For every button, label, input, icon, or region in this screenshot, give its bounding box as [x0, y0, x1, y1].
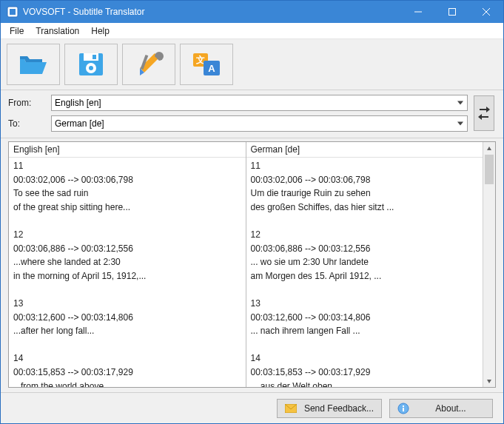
send-feedback-label: Send Feedback...: [304, 403, 374, 414]
panels: English [en] 11 00:03:02,006 --> 00:03:0…: [8, 141, 496, 388]
app-icon: [7, 6, 19, 18]
close-icon: [483, 8, 490, 16]
chevron-down-icon: [486, 378, 492, 384]
vertical-scrollbar[interactable]: [483, 142, 495, 387]
to-language-select[interactable]: German [de]: [51, 115, 468, 132]
translate-icon: 文 A: [190, 50, 223, 78]
scroll-down-button[interactable]: [483, 374, 495, 387]
chevron-up-icon: [486, 146, 492, 152]
save-button[interactable]: [64, 44, 118, 85]
to-label: To:: [8, 118, 45, 129]
scroll-up-button[interactable]: [483, 142, 495, 155]
from-language-combo[interactable]: English [en]: [51, 95, 468, 111]
scroll-thumb[interactable]: [485, 155, 494, 184]
close-button[interactable]: [469, 1, 503, 23]
open-button[interactable]: [7, 44, 60, 85]
menubar: File Translation Help: [1, 23, 503, 39]
floppy-save-icon: [75, 50, 107, 78]
svg-rect-3: [449, 9, 456, 16]
folder-open-icon: [17, 50, 50, 78]
titlebar: VOVSOFT - Subtitle Translator: [1, 1, 503, 23]
info-icon: [397, 403, 409, 414]
svg-text:A: A: [208, 63, 215, 74]
about-button[interactable]: About...: [389, 399, 493, 418]
swap-icon: [477, 104, 491, 123]
send-feedback-button[interactable]: Send Feedback...: [277, 399, 382, 418]
settings-button[interactable]: [122, 44, 175, 85]
svg-rect-1: [10, 9, 16, 15]
source-panel: English [en] 11 00:03:02,006 --> 00:03:0…: [9, 142, 246, 387]
from-language-select[interactable]: English [en]: [51, 95, 468, 111]
minimize-button[interactable]: [401, 1, 435, 23]
source-panel-body[interactable]: 11 00:03:02,006 --> 00:03:06,798 To see …: [9, 158, 246, 387]
window-title: VOVSOFT - Subtitle Translator: [23, 7, 401, 17]
toolbar: 文 A: [1, 39, 503, 90]
target-panel: German [de] 11 00:03:02,006 --> 00:03:06…: [246, 142, 483, 387]
scroll-track[interactable]: [483, 155, 495, 374]
swap-languages-button[interactable]: [474, 95, 494, 131]
source-panel-header: English [en]: [9, 142, 246, 158]
from-label: From:: [8, 98, 45, 108]
svg-point-10: [89, 66, 93, 70]
target-panel-header: German [de]: [246, 142, 483, 158]
translate-button[interactable]: 文 A: [180, 44, 233, 85]
to-language-combo[interactable]: German [de]: [51, 115, 468, 132]
menu-help[interactable]: Help: [85, 24, 115, 38]
target-panel-body[interactable]: 11 00:03:02,006 --> 00:03:06,798 Um die …: [246, 158, 483, 387]
feedback-icon: [285, 403, 297, 414]
app-window: VOVSOFT - Subtitle Translator File Trans…: [0, 0, 504, 424]
maximize-icon: [448, 8, 456, 16]
tools-icon: [132, 50, 165, 78]
about-label: About...: [417, 403, 485, 414]
language-selectors: From: English [en] To: German [de]: [1, 90, 503, 138]
content-area: English [en] 11 00:03:02,006 --> 00:03:0…: [1, 138, 503, 392]
svg-rect-8: [93, 55, 96, 59]
menu-file[interactable]: File: [4, 24, 30, 38]
window-buttons: [401, 1, 503, 23]
svg-marker-16: [487, 147, 491, 150]
svg-marker-17: [487, 380, 491, 383]
menu-translation[interactable]: Translation: [30, 24, 85, 38]
svg-rect-20: [403, 408, 404, 411]
minimize-icon: [414, 8, 422, 16]
bottombar: Send Feedback... About...: [1, 392, 503, 423]
maximize-button[interactable]: [435, 1, 469, 23]
svg-rect-21: [403, 406, 404, 407]
